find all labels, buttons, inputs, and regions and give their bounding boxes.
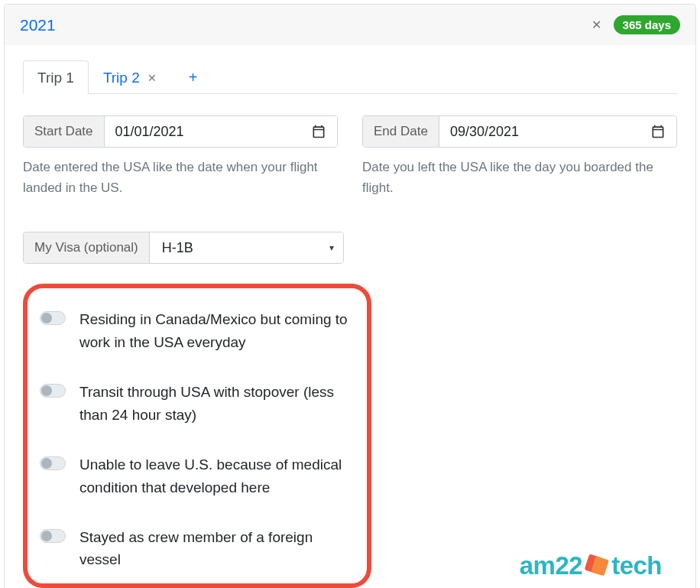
start-date-helper: Date entered the USA like the date when … [23, 157, 338, 198]
tab-label: Trip 2 [103, 70, 140, 86]
visa-label: My Visa (optional) [24, 232, 150, 263]
start-date-label: Start Date [24, 116, 105, 147]
start-date-value: 01/01/2021 [115, 124, 184, 140]
toggle-label: Residing in Canada/Mexico but coming to … [79, 308, 356, 353]
toggle-medical: Unable to leave U.S. because of medical … [40, 453, 356, 499]
trip-tabs: Trip 1 Trip 2 ✕ + [23, 60, 677, 94]
end-date-col: End Date 09/30/2021 Date you left the US… [362, 115, 677, 198]
tab-trip1[interactable]: Trip 1 [23, 60, 89, 94]
toggle-commuter: Residing in Canada/Mexico but coming to … [40, 308, 356, 353]
toggle-label: Unable to leave U.S. because of medical … [79, 453, 356, 499]
end-date-label: End Date [363, 116, 439, 147]
visa-group: My Visa (optional) H-1B ▾ [23, 232, 344, 264]
exemption-toggles: Residing in Canada/Mexico but coming to … [23, 284, 371, 588]
days-badge: 365 days [614, 15, 680, 34]
plus-icon: + [189, 69, 198, 86]
chevron-down-icon: ▾ [329, 242, 334, 253]
toggle-switch[interactable] [40, 384, 66, 398]
brand-text-1: am22 [520, 551, 582, 580]
end-date-input[interactable]: 09/30/2021 [439, 116, 676, 147]
close-icon[interactable]: ✕ [147, 72, 157, 84]
visa-select[interactable]: H-1B ▾ [150, 232, 343, 263]
toggle-transit: Transit through USA with stopover (less … [40, 381, 356, 426]
visa-row: My Visa (optional) H-1B ▾ [23, 232, 677, 264]
end-date-helper: Date you left the USA like the day you b… [362, 157, 677, 198]
brand-logo: am22 tech [520, 551, 662, 580]
tab-label: Trip 1 [37, 70, 74, 86]
toggle-switch[interactable] [40, 456, 66, 470]
toggle-crew: Stayed as crew member of a foreign vesse… [40, 526, 356, 571]
toggle-switch[interactable] [40, 529, 66, 543]
tab-trip2[interactable]: Trip 2 ✕ [89, 60, 171, 94]
start-date-group: Start Date 01/01/2021 [23, 115, 338, 148]
date-row: Start Date 01/01/2021 Date entered the U… [23, 115, 677, 198]
clipboard-icon [582, 551, 612, 581]
panel-body: Trip 1 Trip 2 ✕ + Start Date 01/01/2021 [5, 45, 695, 588]
calendar-icon [650, 124, 666, 139]
panel-header: 2021 ✕ 365 days [5, 5, 695, 45]
toggle-switch[interactable] [40, 311, 66, 325]
year-panel: 2021 ✕ 365 days Trip 1 Trip 2 ✕ + Start … [4, 4, 696, 588]
calendar-icon [311, 124, 326, 139]
toggle-label: Stayed as crew member of a foreign vesse… [79, 526, 356, 571]
toggle-label: Transit through USA with stopover (less … [79, 381, 356, 426]
end-date-group: End Date 09/30/2021 [362, 115, 677, 148]
start-date-input[interactable]: 01/01/2021 [105, 116, 337, 147]
add-trip-button[interactable]: + [171, 60, 216, 94]
start-date-col: Start Date 01/01/2021 Date entered the U… [23, 115, 338, 198]
brand-text-2: tech [611, 551, 662, 580]
year-link[interactable]: 2021 [20, 16, 56, 34]
header-actions: ✕ 365 days [591, 15, 680, 34]
close-icon[interactable]: ✕ [591, 18, 601, 32]
visa-selected-value: H-1B [162, 240, 193, 256]
end-date-value: 09/30/2021 [450, 124, 519, 140]
